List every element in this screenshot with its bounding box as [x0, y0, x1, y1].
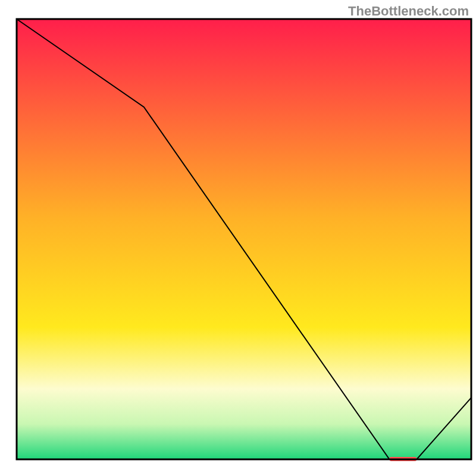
chart-container: TheBottleneck.com: [0, 0, 476, 476]
chart-plot: [0, 0, 476, 476]
gradient-background: [17, 19, 471, 459]
